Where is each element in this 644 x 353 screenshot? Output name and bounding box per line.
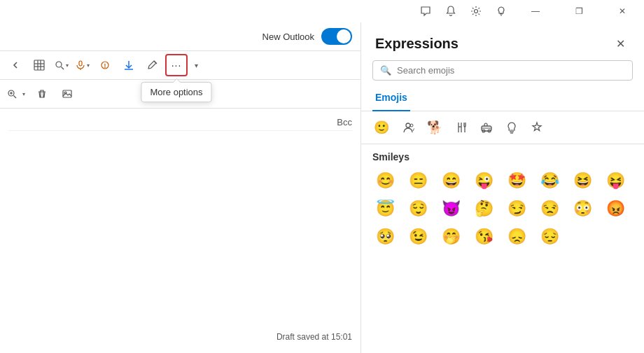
expressions-tabs: Emojis [361, 88, 644, 111]
emoji-item[interactable]: 🤔 [471, 196, 496, 221]
tab-emojis[interactable]: Emojis [372, 88, 410, 111]
minimize-button[interactable]: — [519, 0, 552, 22]
more-options-tooltip: More options [141, 82, 211, 102]
overflow-button[interactable]: ▾ [189, 54, 203, 76]
svg-point-0 [475, 10, 478, 13]
svg-text:!: ! [104, 62, 106, 69]
cat-symbols[interactable] [529, 120, 545, 135]
emoji-grid: 😊😑😄😜🤩😂😆😝😇😌😈🤔😏😒😳😡🥺😉🤭😘😞😔 [372, 168, 633, 249]
settings-icon[interactable] [469, 4, 483, 18]
bell-icon[interactable] [444, 4, 458, 18]
new-outlook-toggle[interactable] [321, 28, 352, 45]
title-bar: — ❐ ✕ [0, 0, 644, 22]
emoji-item[interactable]: 😉 [405, 224, 430, 249]
flag-button[interactable]: ! [94, 54, 116, 76]
toggle-thumb [337, 29, 351, 43]
toolbar: ▾ ▾ ! [0, 51, 360, 80]
svg-line-15 [14, 96, 17, 99]
right-panel: Expressions ✕ 🔍 Emojis 🙂 [361, 22, 644, 353]
emoji-section: Smileys 😊😑😄😜🤩😂😆😝😇😌😈🤔😏😒😳😡🥺😉🤭😘😞😔 [361, 144, 644, 353]
cat-objects[interactable] [504, 120, 519, 135]
picture-button[interactable] [56, 83, 78, 105]
emoji-item[interactable]: 😔 [537, 224, 562, 249]
emoji-item[interactable]: 🥺 [372, 224, 398, 249]
back-button[interactable] [4, 54, 27, 76]
emoji-item[interactable]: 😘 [471, 224, 496, 249]
draft-status: Draft saved at 15:01 [8, 326, 352, 347]
emoji-item[interactable]: 😂 [537, 168, 562, 193]
cat-people[interactable] [400, 120, 416, 135]
new-outlook-label: New Outlook [262, 32, 314, 42]
search-button[interactable]: ▾ [52, 54, 71, 76]
emoji-item[interactable]: 😈 [438, 196, 463, 221]
draw-button[interactable] [141, 54, 164, 76]
emoji-item[interactable]: 😌 [405, 196, 430, 221]
svg-rect-18 [63, 90, 71, 97]
more-options-button[interactable]: ··· More options [165, 54, 188, 76]
lightbulb-icon[interactable] [494, 4, 508, 18]
close-button[interactable]: ✕ [606, 0, 638, 22]
emoji-item[interactable]: 😒 [537, 196, 562, 221]
expressions-close-button[interactable]: ✕ [610, 34, 630, 53]
svg-point-20 [406, 123, 410, 127]
zoom-dropdown-button[interactable]: ▾ [20, 88, 28, 100]
emoji-item[interactable]: 😑 [405, 168, 430, 193]
emoji-item[interactable]: 😏 [504, 196, 529, 221]
cat-travel[interactable] [479, 120, 494, 135]
system-tray-icons [419, 4, 508, 18]
emoji-item[interactable]: 😝 [603, 168, 628, 193]
insert-button[interactable] [118, 54, 140, 76]
emoji-item[interactable]: 🤩 [504, 168, 529, 193]
zoom-group: ▾ [4, 86, 28, 102]
emoji-item[interactable]: 😊 [372, 168, 398, 193]
restore-button[interactable]: ❐ [563, 0, 595, 22]
emoji-item[interactable]: 🤭 [438, 224, 463, 249]
chat-icon[interactable] [419, 4, 433, 18]
emoji-item[interactable]: 😡 [603, 196, 628, 221]
main-area: New Outlook [0, 22, 644, 353]
emoji-item[interactable]: 😄 [438, 168, 463, 193]
emoji-categories: 🙂 🐕 [361, 111, 644, 144]
zoom-button[interactable] [4, 86, 20, 102]
emoji-search-bar[interactable]: 🔍 [372, 60, 633, 81]
svg-line-7 [62, 67, 64, 70]
emoji-item[interactable]: 😇 [372, 196, 398, 221]
expressions-header: Expressions ✕ [361, 22, 644, 60]
cat-food[interactable] [454, 120, 469, 135]
emoji-item[interactable]: 😜 [471, 168, 496, 193]
emoji-item[interactable]: 😞 [504, 224, 529, 249]
search-icon: 🔍 [380, 65, 391, 76]
cat-smiley[interactable]: 🙂 [372, 118, 391, 137]
emoji-search-input[interactable] [397, 65, 625, 76]
emoji-item[interactable]: 😆 [570, 168, 595, 193]
cat-animals[interactable]: 🐕 [426, 118, 444, 137]
emoji-item[interactable]: 😳 [570, 196, 595, 221]
svg-point-6 [56, 62, 62, 67]
expressions-title: Expressions [375, 36, 458, 52]
svg-rect-1 [34, 60, 44, 70]
mic-button[interactable]: ▾ [73, 54, 92, 76]
delete-button[interactable] [31, 83, 53, 105]
smileys-label: Smileys [372, 151, 633, 162]
compose-area: Bcc Draft saved at 15:01 [0, 109, 360, 353]
svg-rect-8 [79, 61, 82, 66]
bcc-label: Bcc [8, 114, 352, 131]
table-button[interactable] [28, 54, 50, 76]
left-panel: New Outlook [0, 22, 361, 353]
outlook-header: New Outlook [0, 22, 360, 51]
